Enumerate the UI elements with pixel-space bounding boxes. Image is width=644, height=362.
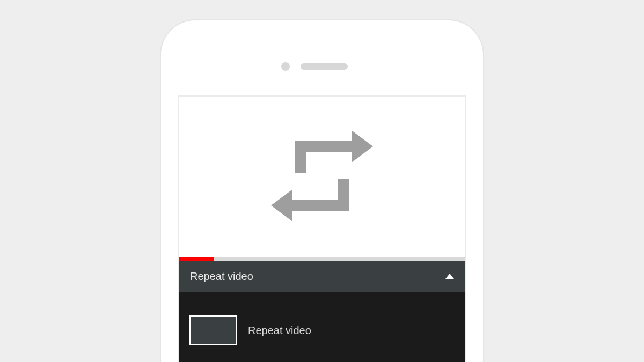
playlist-area: Repeat video bbox=[179, 292, 465, 362]
chevron-up-icon bbox=[445, 274, 454, 279]
phone-speaker-icon bbox=[301, 63, 348, 70]
phone-frame: Repeat video Repeat video bbox=[161, 20, 483, 362]
progress-bar[interactable] bbox=[179, 257, 465, 261]
playlist-panel-header[interactable]: Repeat video bbox=[179, 261, 465, 292]
progress-fill bbox=[179, 257, 214, 261]
panel-header-label: Repeat video bbox=[190, 270, 253, 283]
playlist-thumbnail bbox=[189, 315, 237, 345]
video-player[interactable] bbox=[179, 97, 465, 257]
playlist-item[interactable]: Repeat video bbox=[179, 315, 465, 345]
phone-screen: Repeat video Repeat video bbox=[178, 95, 466, 362]
repeat-icon bbox=[263, 125, 381, 229]
playlist-item-label: Repeat video bbox=[248, 324, 311, 337]
phone-camera-icon bbox=[281, 62, 290, 71]
